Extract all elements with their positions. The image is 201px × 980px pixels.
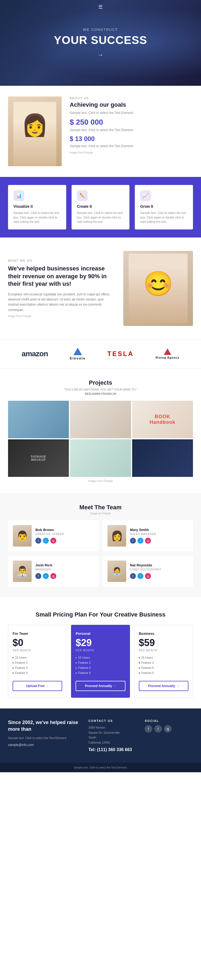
pricing-card-0: For Team $0 PER MONTH 15 Users Feature 2… <box>8 625 67 698</box>
logo-amazon: amazon <box>22 350 48 358</box>
whatwedo-text: Excepteur sint occaecat cupidatat non pr… <box>8 292 115 313</box>
footer-left: Since 2002, we've helped raise more than… <box>8 719 80 752</box>
team-avatar-0: 👨 <box>13 525 32 547</box>
logo-tesla: TESLA <box>107 350 134 358</box>
team-role-2: MANAGER <box>35 568 56 571</box>
pricing-feature-1-0: 15 Users <box>76 655 125 660</box>
social-instagram-3[interactable]: ig <box>145 573 151 579</box>
whatwedo-image <box>123 251 193 326</box>
feature-card-2: 📈 Grow It Sample text. Click to select t… <box>135 185 193 229</box>
hero-subtitle: we construct <box>83 28 118 32</box>
pricing-button-2[interactable]: Proceed Annually → <box>139 681 188 691</box>
logos-section: amazon Elevate TESLA Rising Agency <box>0 339 201 369</box>
feature-title-2: Grow It <box>140 204 188 208</box>
feature-card-1: ✏️ Create It Sample text. Click to selec… <box>72 185 130 229</box>
about-number1: $ 250 000 <box>70 118 193 127</box>
pricing-card-2: Business $59 PER MONTH 15 Users Feature … <box>134 625 193 698</box>
footer-email[interactable]: sample@info.com <box>8 743 80 747</box>
pricing-feature-0-1: Feature 2 <box>13 660 62 665</box>
social-twitter-3[interactable]: t <box>137 573 144 579</box>
project-cell-3[interactable]: SIGNAGE MOCKUP <box>8 439 69 477</box>
social-facebook-1[interactable]: f <box>130 538 136 544</box>
pricing-feature-2-0: 15 Users <box>139 655 188 660</box>
team-title: Meet The Team <box>8 504 193 511</box>
about-number2: $ 13 000 <box>70 135 193 143</box>
logo-rising-agency: Rising Agency <box>155 348 179 359</box>
hamburger-menu[interactable]: ☰ <box>98 4 103 10</box>
project-cell-2[interactable]: BOOK Handbook <box>132 401 193 438</box>
projects-grid: BOOK Handbook SIGNAGE MOCKUP <box>8 401 193 477</box>
footer-tel-label: Tel: <box>88 747 96 752</box>
footer-socials: f t ig <box>145 725 193 733</box>
project-cell-4[interactable] <box>70 439 131 477</box>
social-facebook-0[interactable]: f <box>35 538 41 544</box>
whatwedo-person-image <box>129 254 188 323</box>
pricing-feature-2-3: Feature 4 <box>139 670 188 676</box>
pricing-feature-0-2: Feature 3 <box>13 665 62 670</box>
about-image <box>8 97 62 166</box>
social-instagram-1[interactable]: ig <box>145 538 151 544</box>
footer-address: 2000 Nexton Square Dr, Summerville, Sout… <box>88 725 137 745</box>
footer-sub-text: Sample text. Click to select the Text El… <box>8 736 80 740</box>
visualize-icon: 📊 <box>13 190 24 201</box>
pricing-button-0[interactable]: Upload Free → <box>13 681 62 691</box>
social-twitter-0[interactable]: t <box>43 538 49 544</box>
team-name-2: Jonh Rich <box>35 563 56 567</box>
team-section: Meet The Team Image by Freepik 👨 Bob Bro… <box>0 493 201 598</box>
social-instagram-2[interactable]: ig <box>50 573 56 579</box>
project-cell-1[interactable] <box>70 401 131 438</box>
footer-social-heading: Social <box>145 719 193 722</box>
feature-text-1: Sample text. Click to select the text bo… <box>77 211 124 224</box>
hero-arrow[interactable]: → <box>97 51 104 59</box>
pricing-title: Small Pricing Plan For Your Creative Bus… <box>8 611 193 619</box>
about-section: ABOUT US Achieving our goals Sample text… <box>0 86 201 177</box>
about-text1: Sample text. Click to select the Text El… <box>70 110 193 115</box>
project-cell-0[interactable] <box>8 401 69 438</box>
pricing-card-1: Personal $29 PER MONTH 15 Users Feature … <box>71 625 130 698</box>
social-twitter-1[interactable]: t <box>137 538 144 544</box>
projects-credit: Images from Freepik <box>8 480 193 482</box>
about-text3: Sample text. Click to select the Text El… <box>70 144 193 148</box>
pricing-period-0: PER MONTH <box>13 649 62 652</box>
about-heading: Achieving our goals <box>70 101 193 108</box>
pricing-plan-0: For Team <box>13 632 62 636</box>
create-icon: ✏️ <box>77 190 88 201</box>
team-credit: Image by Freepik <box>8 512 193 515</box>
project-cell-5[interactable] <box>132 439 193 477</box>
footer-phone-number[interactable]: (111) 360 336 663 <box>97 747 132 752</box>
footer-facebook-icon[interactable]: f <box>145 725 152 733</box>
whatwedo-section: WHAT WE DO We've helped businesses incre… <box>0 237 201 339</box>
pricing-feature-1-1: Feature 2 <box>76 660 125 665</box>
social-twitter-2[interactable]: t <box>43 573 49 579</box>
team-name-3: Nat Reynolds <box>130 563 161 567</box>
team-card-2: 👨‍💼 Jonh Rich MANAGER f t ig <box>8 556 98 587</box>
footer-bottom: Sample text. Click to select the Text El… <box>0 763 201 772</box>
pricing-feature-0-0: 15 Users <box>13 655 62 660</box>
pricing-button-1[interactable]: Proceed Annually → <box>76 681 125 691</box>
footer-contact: Contact Us 2000 Nexton Square Dr, Summer… <box>88 719 137 752</box>
social-facebook-3[interactable]: f <box>130 573 136 579</box>
footer-instagram-icon[interactable]: ig <box>164 725 172 733</box>
social-instagram-0[interactable]: ig <box>50 538 56 544</box>
project-label-3: SIGNAGE MOCKUP <box>31 455 46 461</box>
pricing-feature-2-1: Feature 2 <box>139 660 188 665</box>
projects-quote: "YOU CAN DO ANYTHING YOU SET YOUR MIND T… <box>8 388 193 391</box>
team-info-2: Jonh Rich MANAGER f t ig <box>35 563 56 579</box>
pricing-section: Small Pricing Plan For Your Creative Bus… <box>0 598 201 709</box>
pricing-plan-2: Business <box>139 632 188 636</box>
pricing-grid: For Team $0 PER MONTH 15 Users Feature 2… <box>8 625 193 698</box>
pricing-price-1: $29 <box>76 637 125 648</box>
team-socials-0: f t ig <box>35 538 64 544</box>
footer-social: Social f t ig <box>145 719 193 752</box>
logo-elevate: Elevate <box>70 348 86 360</box>
footer-phone: Tel: (111) 360 336 663 <box>88 747 137 752</box>
social-facebook-2[interactable]: f <box>35 573 41 579</box>
feature-card-0: 📊 Visualize it Sample text. Click to sel… <box>8 185 66 229</box>
about-content: ABOUT US Achieving our goals Sample text… <box>70 97 193 166</box>
whatwedo-tag: WHAT WE DO <box>8 259 115 262</box>
footer-twitter-icon[interactable]: t <box>155 725 162 733</box>
team-name-0: Bob Brown <box>35 528 64 532</box>
projects-section: Projects "YOU CAN DO ANYTHING YOU SET YO… <box>0 369 201 493</box>
team-card-3: 🧑‍💼 Nat Reynolds CHIEF ACCOUNTANT f t ig <box>103 556 193 587</box>
team-role-1: SALES MANAGER <box>130 533 156 536</box>
